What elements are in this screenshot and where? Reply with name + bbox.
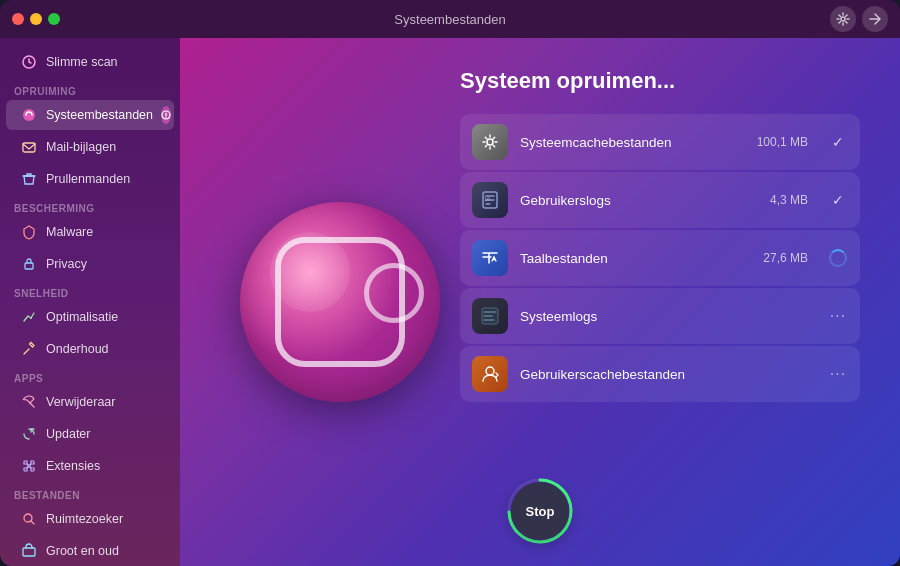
privacy-icon bbox=[20, 255, 38, 273]
svg-point-1 bbox=[23, 109, 35, 121]
close-button[interactable] bbox=[12, 13, 24, 25]
systeembestanden-label: Systeembestanden bbox=[46, 108, 153, 122]
sidebar-item-systeembestanden[interactable]: Systeembestanden bbox=[6, 100, 174, 130]
svg-point-0 bbox=[841, 17, 845, 21]
groot-en-oud-label: Groot en oud bbox=[46, 544, 160, 558]
title-bar-actions bbox=[830, 6, 888, 32]
right-content: Systeem opruimen... Systeemcachebestande… bbox=[460, 68, 860, 486]
sidebar-item-groot-en-oud[interactable]: Groot en oud bbox=[6, 536, 174, 566]
traffic-lights bbox=[12, 13, 60, 25]
malware-label: Malware bbox=[46, 225, 160, 239]
optimalisatie-icon bbox=[20, 308, 38, 326]
main-panel: Systeem opruimen... Systeemcachebestande… bbox=[180, 38, 900, 566]
extensies-icon bbox=[20, 457, 38, 475]
gebruikerscache-status: ··· bbox=[828, 364, 848, 384]
onderhoud-label: Onderhoud bbox=[46, 342, 160, 356]
svg-rect-3 bbox=[23, 143, 35, 152]
gebruikerscache-icon bbox=[472, 356, 508, 392]
spinner-icon bbox=[829, 249, 847, 267]
privacy-label: Privacy bbox=[46, 257, 160, 271]
gebruikerslogs-icon: 10 bbox=[472, 182, 508, 218]
checkmark-icon-2: ✓ bbox=[832, 192, 844, 208]
verwijderaar-icon bbox=[20, 393, 38, 411]
groot-en-oud-icon bbox=[20, 542, 38, 560]
taalbestanden-size: 27,6 MB bbox=[763, 251, 808, 265]
malware-icon bbox=[20, 223, 38, 241]
sidebar-item-prullenmanden[interactable]: Prullenmanden bbox=[6, 164, 174, 194]
minimize-button[interactable] bbox=[30, 13, 42, 25]
section-bestanden: Bestanden bbox=[0, 482, 180, 503]
sidebar-item-onderhoud[interactable]: Onderhoud bbox=[6, 334, 174, 364]
mail-bijlagen-label: Mail-bijlagen bbox=[46, 140, 160, 154]
mail-bijlagen-icon bbox=[20, 138, 38, 156]
systeemlogs-status: ··· bbox=[828, 306, 848, 326]
gebruikerscache-label: Gebruikerscachebestanden bbox=[520, 367, 796, 382]
verwijderaar-label: Verwijderaar bbox=[46, 395, 160, 409]
ruimtezoeker-label: Ruimtezoeker bbox=[46, 512, 160, 526]
systeemlogs-label: Systeemlogs bbox=[520, 309, 796, 324]
items-list: Systeemcachebestanden 100,1 MB ✓ 10 bbox=[460, 114, 860, 402]
taalbestanden-label: Taalbestanden bbox=[520, 251, 751, 266]
sidebar-item-verwijderaar[interactable]: Verwijderaar bbox=[6, 387, 174, 417]
svg-rect-7 bbox=[23, 548, 35, 556]
slimme-scan-label: Slimme scan bbox=[46, 55, 160, 69]
sidebar-item-slimme-scan[interactable]: Slimme scan bbox=[6, 47, 174, 77]
updater-label: Updater bbox=[46, 427, 160, 441]
title-bar: Systeembestanden bbox=[0, 0, 900, 38]
more-icon-btn[interactable] bbox=[862, 6, 888, 32]
list-item-systeemlogs: Systeemlogs ··· bbox=[460, 288, 860, 344]
list-item-gebruikerscache: Gebruikerscachebestanden ··· bbox=[460, 346, 860, 402]
checkmark-icon: ✓ bbox=[832, 134, 844, 150]
optimalisatie-label: Optimalisatie bbox=[46, 310, 160, 324]
section-bescherming: Bescherming bbox=[0, 195, 180, 216]
taalbestanden-icon bbox=[472, 240, 508, 276]
app-window: Systeembestanden bbox=[0, 0, 900, 566]
stop-button[interactable]: Stop bbox=[511, 482, 569, 540]
logo-sphere bbox=[240, 202, 440, 402]
section-heading: Systeem opruimen... bbox=[460, 68, 860, 94]
svg-text:10: 10 bbox=[484, 196, 490, 202]
svg-rect-4 bbox=[25, 263, 33, 269]
stop-button-ring: Stop bbox=[505, 476, 575, 546]
sidebar-item-optimalisatie[interactable]: Optimalisatie bbox=[6, 302, 174, 332]
systeemcache-size: 100,1 MB bbox=[757, 135, 808, 149]
sidebar-item-updater[interactable]: Updater bbox=[6, 419, 174, 449]
window-title: Systeembestanden bbox=[394, 12, 505, 27]
onderhoud-icon bbox=[20, 340, 38, 358]
settings-icon-btn[interactable] bbox=[830, 6, 856, 32]
svg-point-8 bbox=[487, 139, 493, 145]
gebruikerslogs-size: 4,3 MB bbox=[770, 193, 808, 207]
sidebar: Slimme scan Opruiming Systeembestanden bbox=[0, 38, 180, 566]
prullenmanden-icon bbox=[20, 170, 38, 188]
sidebar-item-ruimtezoeker[interactable]: Ruimtezoeker bbox=[6, 504, 174, 534]
sidebar-item-mail-bijlagen[interactable]: Mail-bijlagen bbox=[6, 132, 174, 162]
stop-button-area: Stop bbox=[505, 476, 575, 546]
prullenmanden-label: Prullenmanden bbox=[46, 172, 160, 186]
dots-icon: ··· bbox=[830, 307, 846, 325]
list-item-systeemcache: Systeemcachebestanden 100,1 MB ✓ bbox=[460, 114, 860, 170]
logo-area bbox=[240, 202, 440, 402]
updater-icon bbox=[20, 425, 38, 443]
gebruikerslogs-status: ✓ bbox=[828, 190, 848, 210]
logo-inner bbox=[275, 237, 405, 367]
systeemlogs-icon bbox=[472, 298, 508, 334]
systeemcache-label: Systeemcachebestanden bbox=[520, 135, 745, 150]
gebruikerslogs-label: Gebruikerslogs bbox=[520, 193, 758, 208]
section-opruiming: Opruiming bbox=[0, 78, 180, 99]
sidebar-item-extensies[interactable]: Extensies bbox=[6, 451, 174, 481]
dots-icon-2: ··· bbox=[830, 365, 846, 383]
systeemcache-icon bbox=[472, 124, 508, 160]
svg-point-12 bbox=[486, 367, 494, 375]
section-snelheid: Snelheid bbox=[0, 280, 180, 301]
main-content: Slimme scan Opruiming Systeembestanden bbox=[0, 38, 900, 566]
systeembestanden-icon bbox=[20, 106, 38, 124]
list-item-gebruikerslogs: 10 Gebruikerslogs 4,3 MB ✓ bbox=[460, 172, 860, 228]
slimme-scan-icon bbox=[20, 53, 38, 71]
ruimtezoeker-icon bbox=[20, 510, 38, 528]
sidebar-item-malware[interactable]: Malware bbox=[6, 217, 174, 247]
systeemcache-status: ✓ bbox=[828, 132, 848, 152]
maximize-button[interactable] bbox=[48, 13, 60, 25]
section-apps: Apps bbox=[0, 365, 180, 386]
sidebar-item-privacy[interactable]: Privacy bbox=[6, 249, 174, 279]
taalbestanden-status bbox=[828, 248, 848, 268]
